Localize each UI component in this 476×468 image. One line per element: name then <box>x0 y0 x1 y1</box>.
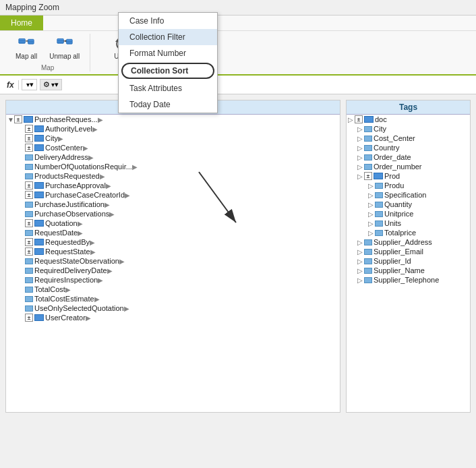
tags-row-order-number[interactable]: ▷ Order_number <box>347 162 470 171</box>
tree-row-quotation[interactable]: ± Quotation ▶ <box>6 218 340 228</box>
field-icon <box>364 164 372 170</box>
tags-row-cost-center[interactable]: ▷ Cost_Center <box>347 134 470 143</box>
table-icon <box>364 116 374 123</box>
dropdown-arrow-2: ▾ <box>51 80 59 89</box>
plus-minus-icon: ± <box>25 191 33 199</box>
menu-item-case-info[interactable]: Case Info <box>119 13 217 29</box>
tags-row-doc[interactable]: ▷ ± doc <box>347 115 470 124</box>
map-all-button[interactable]: Map all <box>11 34 42 63</box>
tree-row-purchase-observations[interactable]: PurchaseObservations ▶ <box>6 209 340 218</box>
home-tab[interactable]: Home <box>0 16 43 30</box>
menu-item-today-date[interactable]: Today Date <box>119 96 217 113</box>
unmap-all-button[interactable]: Unmap all <box>44 34 84 63</box>
tags-row-supplier-email[interactable]: ▷ Supplier_Email <box>347 247 470 256</box>
expand-icon: ▼ <box>7 116 14 123</box>
dropdown-arrow-1: ▾ <box>26 80 34 89</box>
svg-rect-9 <box>57 40 63 41</box>
field-icon <box>25 173 33 179</box>
tags-row-units[interactable]: ▷ Units <box>347 218 470 228</box>
row-arrow: ▶ <box>65 286 71 293</box>
table-icon <box>34 239 44 245</box>
table-icon <box>34 135 44 142</box>
field-icon <box>25 230 33 236</box>
field-icon <box>25 164 33 170</box>
tree-row-total-cost[interactable]: TotalCost ▶ <box>6 285 340 294</box>
menu-item-collection-filter[interactable]: Collection Filter <box>119 29 217 45</box>
tags-row-order-date[interactable]: ▷ Order_date <box>347 152 470 162</box>
row-arrow: ▶ <box>90 248 96 256</box>
table-icon <box>34 182 44 189</box>
tree-row-authority-level[interactable]: ± AuthorityLevel ▶ <box>6 124 340 134</box>
tree-row-cost-center[interactable]: ± CostCenter ▶ <box>6 143 340 152</box>
tree-row-user-creator[interactable]: ± UserCreator ▶ <box>6 313 340 322</box>
svg-rect-1 <box>19 40 25 41</box>
formula-dropdown-1[interactable]: ▾ <box>22 79 37 90</box>
row-arrow: ▶ <box>105 201 110 208</box>
table-icon <box>34 125 44 132</box>
tags-row-specification[interactable]: ▷ Specification <box>347 190 470 200</box>
plus-minus-icon: ± <box>25 181 33 189</box>
field-icon <box>375 183 383 189</box>
tree-row-purchase-approval[interactable]: ± PurchaseApproval ▶ <box>6 181 340 190</box>
tree-row-required-delivery[interactable]: RequiredDeliveryDate ▶ <box>6 266 340 275</box>
tree-row-request-state-obs[interactable]: RequestStateObservation ▶ <box>6 256 340 266</box>
field-icon <box>25 305 33 312</box>
row-arrow: ▶ <box>90 239 95 246</box>
formula-bar: fx ▾ ⚙ ▾ <box>0 76 476 94</box>
table-icon <box>34 192 44 198</box>
tree-row-delivery-address[interactable]: DeliveryAddress ▶ <box>6 152 340 162</box>
tree-row-requested-by[interactable]: ± RequestedBy ▶ <box>6 237 340 247</box>
field-icon <box>25 296 33 302</box>
plus-minus-icon: ± <box>25 247 33 256</box>
tags-row-supplier-address[interactable]: ▷ Supplier_Address <box>347 237 470 247</box>
table-icon <box>34 220 44 227</box>
menu-item-format-number[interactable]: Format Number <box>119 45 217 61</box>
field-icon <box>25 154 33 160</box>
row-arrow: ▶ <box>125 192 130 199</box>
tags-row-supplier-telephone[interactable]: ▷ Supplier_Telephone <box>347 275 470 285</box>
unmap-all-icon <box>57 36 73 53</box>
tags-row-country[interactable]: ▷ Country <box>347 143 470 152</box>
svg-rect-14 <box>66 41 72 42</box>
row-arrow: ▶ <box>132 163 138 171</box>
tree-row-request-date[interactable]: RequestDate ▶ <box>6 228 340 237</box>
menu-item-collection-sort[interactable]: Collection Sort <box>121 63 214 79</box>
row-arrow: ▶ <box>94 295 100 303</box>
tags-row-supplier-id[interactable]: ▷ Supplier_Id <box>347 256 470 266</box>
svg-rect-7 <box>28 42 34 43</box>
field-icon <box>375 211 383 217</box>
map-group: Map all <box>5 34 90 71</box>
field-icon <box>364 277 372 283</box>
field-icon <box>364 239 372 245</box>
field-icon <box>375 230 383 236</box>
content-area: Bizagi Data ▼ ± PurchaseReques... ▶ ± Au… <box>0 94 476 418</box>
tags-row-quantity[interactable]: ▷ Quantity <box>347 200 470 209</box>
tags-row-unitprice[interactable]: ▷ Unitprice <box>347 209 470 218</box>
map-all-icon <box>18 36 34 53</box>
tree-row-use-only-selected[interactable]: UseOnlySelectedQuotation ▶ <box>6 303 340 313</box>
tree-row-purchase-request[interactable]: ▼ ± PurchaseReques... ▶ <box>6 115 340 124</box>
tags-row-city[interactable]: ▷ City <box>347 124 470 134</box>
row-arrow: ▶ <box>107 267 113 274</box>
tree-row-total-cost-estimate[interactable]: TotalCostEstimate ▶ <box>6 294 340 303</box>
tree-row-requires-inspection[interactable]: RequiresInspection ▶ <box>6 275 340 285</box>
tree-row-products-requested[interactable]: ProductsRequested ▶ <box>6 171 340 181</box>
tags-tree: ▷ ± doc ▷ City ▷ Cost_Center ▷ Country <box>347 115 470 285</box>
formula-gear-button[interactable]: ⚙ ▾ <box>40 79 62 90</box>
plus-minus-icon: ± <box>14 115 22 123</box>
menu-item-task-attributes[interactable]: Task Attributes <box>119 80 217 96</box>
row-arrow: ▶ <box>124 305 129 312</box>
field-icon <box>25 211 33 217</box>
svg-rect-6 <box>28 41 34 42</box>
tree-row-request-state[interactable]: ± RequestState ▶ <box>6 247 340 256</box>
tree-row-purchase-justification[interactable]: PurchaseJustification ▶ <box>6 200 340 209</box>
tags-row-supplier-name[interactable]: ▷ Supplier_Name <box>347 266 470 275</box>
table-icon <box>34 144 44 151</box>
tags-row-totalprice[interactable]: ▷ Totalprice <box>347 228 470 237</box>
tags-row-prod[interactable]: ▷ ± Prod <box>347 171 470 181</box>
tree-row-number-quotations[interactable]: NumberOfQuotationsRequir... ▶ <box>6 162 340 171</box>
tree-row-purchase-case-creator[interactable]: ± PurchaseCaseCreatorId ▶ <box>6 190 340 200</box>
tags-panel: Tags ▷ ± doc ▷ City ▷ Cost_Center ▷ <box>346 100 471 413</box>
tree-row-city[interactable]: ± City ▶ <box>6 134 340 143</box>
tags-row-produ[interactable]: ▷ Produ <box>347 181 470 190</box>
